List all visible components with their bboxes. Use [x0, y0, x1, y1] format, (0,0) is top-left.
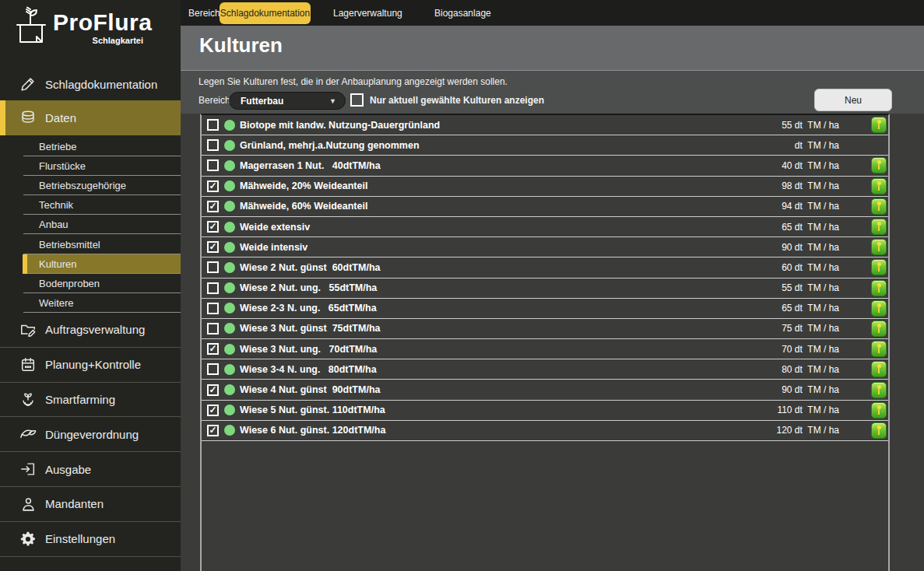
row-checkbox-checked[interactable]: ✓: [207, 384, 219, 396]
kultur-row[interactable]: Grünland, mehrj.a.Nutzung genommendt TM …: [202, 135, 888, 156]
tab-lagerverwaltung[interactable]: Lagerverwaltung: [327, 0, 402, 26]
proflura-plant-document-icon: [12, 6, 50, 47]
row-checkbox[interactable]: [207, 363, 219, 375]
sidebar-item-kulturen[interactable]: Kulturen: [0, 254, 181, 274]
map-pin-icon[interactable]: [871, 259, 887, 275]
sidebar-item-einstellungen[interactable]: Einstellungen: [0, 522, 181, 557]
bereich-dropdown[interactable]: Futterbau ▼: [229, 92, 346, 110]
sidebar-item-planung-kontrolle[interactable]: Planung+Kontrolle: [0, 348, 181, 383]
green-status-dot: [224, 384, 235, 395]
sidebar-item-bodenproben[interactable]: Bodenproben: [0, 274, 181, 293]
kultur-row[interactable]: ✓Wiese 5 Nut. günst. 110dtTM/ha110 dt TM…: [202, 401, 888, 421]
row-checkbox[interactable]: [207, 119, 219, 131]
sidebar-item-schlagdokumentation[interactable]: Schlagdokumentation: [0, 68, 181, 100]
sidebar-item-auftragsverwaltung[interactable]: Auftragsverwaltung: [0, 313, 181, 348]
sidebar-item-betriebsmittel[interactable]: Betriebsmittel: [0, 234, 181, 254]
map-pin-icon[interactable]: [871, 300, 887, 317]
map-pin-icon[interactable]: [871, 178, 887, 194]
sidebar-item-daten[interactable]: Daten: [0, 100, 181, 135]
kultur-row[interactable]: ✓Weide extensiv65 dt TM / ha: [202, 217, 888, 237]
sidebar-item-label: Schlagdokumentation: [45, 78, 157, 91]
kultur-row[interactable]: ✓Wiese 6 Nut. günst. 120dtTM/ha120 dt TM…: [202, 421, 888, 441]
filter-checkbox-label: Nur aktuell gewählte Kulturen anzeigen: [370, 95, 544, 106]
brand-logo: ProFlura Schlagkartei: [0, 0, 181, 68]
sidebar-subitem-label: Betriebsmittel: [39, 239, 100, 250]
sidebar-item-flurst-cke[interactable]: Flurstücke: [0, 156, 181, 176]
row-checkbox[interactable]: [207, 282, 219, 294]
map-pin-icon[interactable]: [871, 341, 887, 357]
sidebar-item-d-ngeverordnung[interactable]: Düngeverordnung: [0, 417, 181, 452]
leaves-icon: [19, 426, 37, 443]
map-pin-icon[interactable]: [871, 198, 887, 215]
tab-schlagdokumentation[interactable]: Schlagdokumentation: [220, 2, 311, 24]
kultur-name: Wiese 3 Nut. günst 75dtTM/ha: [240, 323, 380, 334]
row-checkbox-checked[interactable]: ✓: [207, 221, 219, 233]
map-pin-icon[interactable]: [871, 157, 887, 173]
sidebar-item-betriebszugeh-rige[interactable]: Betriebszugehörige: [0, 176, 181, 195]
map-pin-icon[interactable]: [871, 321, 887, 337]
map-pin-icon[interactable]: [871, 382, 887, 398]
map-pin-icon[interactable]: [871, 402, 887, 419]
kultur-name: Mähweide, 60% Weideanteil: [240, 201, 367, 212]
export-icon: [19, 461, 37, 478]
sidebar-item-betriebe[interactable]: Betriebe: [0, 137, 181, 156]
row-checkbox[interactable]: [207, 261, 219, 273]
map-pin-icon[interactable]: [871, 361, 887, 377]
plant-signal-icon: [19, 391, 37, 408]
map-pin-icon[interactable]: [871, 219, 887, 235]
kultur-name: Wiese 3 Nut. ung. 70dtTM/ha: [240, 344, 377, 355]
new-button[interactable]: Neu: [814, 89, 892, 111]
sidebar-nav: SchlagdokumentationDatenBetriebeFlurstüc…: [0, 68, 181, 557]
tab-bereich[interactable]: Bereich: [182, 0, 220, 26]
row-checkbox-checked[interactable]: ✓: [207, 405, 219, 416]
row-checkbox[interactable]: [207, 323, 219, 335]
map-pin-icon[interactable]: [871, 117, 887, 133]
row-checkbox-checked[interactable]: ✓: [207, 241, 219, 253]
kultur-yield-value: 60 dt TM / ha: [782, 262, 839, 273]
kultur-row[interactable]: ✓Wiese 4 Nut. günst 90dtTM/ha90 dt TM / …: [202, 380, 888, 400]
kultur-row[interactable]: Biotope mit landw. Nutzung-Dauergrünland…: [202, 115, 888, 135]
filter-checkbox[interactable]: [350, 93, 364, 107]
kultur-yield-value: 70 dt TM / ha: [782, 344, 839, 355]
kultur-row[interactable]: ✓Mähweide, 60% Weideanteil94 dt TM / ha: [202, 197, 888, 217]
sidebar-item-anbau[interactable]: Anbau: [0, 215, 181, 234]
kultur-row[interactable]: Wiese 2 Nut. ung. 55dtTM/ha55 dt TM / ha: [202, 278, 888, 299]
kultur-yield-value: 40 dt TM / ha: [782, 160, 839, 171]
sidebar-item-weitere[interactable]: Weitere: [0, 293, 181, 313]
map-pin-icon[interactable]: [871, 422, 887, 439]
row-checkbox-checked[interactable]: ✓: [207, 180, 219, 192]
sidebar-item-smartfarming[interactable]: Smartfarming: [0, 383, 181, 418]
kultur-yield-value: 98 dt TM / ha: [782, 180, 839, 191]
sidebar-item-mandanten[interactable]: Mandanten: [0, 487, 181, 522]
row-checkbox[interactable]: [207, 159, 219, 171]
tab-biogasanlage[interactable]: Biogasanlage: [428, 0, 491, 26]
kultur-name: Biotope mit landw. Nutzung-Dauergrünland: [240, 120, 440, 131]
sidebar-item-label: Planung+Kontrolle: [45, 358, 141, 371]
row-checkbox[interactable]: [207, 139, 219, 151]
sidebar-item-label: Ausgabe: [45, 463, 91, 476]
row-checkbox-checked[interactable]: ✓: [207, 343, 219, 355]
kultur-row[interactable]: Magerrasen 1 Nut. 40dtTM/ha40 dt TM / ha: [202, 156, 888, 176]
map-pin-icon[interactable]: [871, 280, 887, 296]
kultur-name: Wiese 2 Nut. ung. 55dtTM/ha: [240, 282, 377, 293]
row-checkbox-checked[interactable]: ✓: [207, 201, 219, 212]
row-checkbox[interactable]: [207, 303, 219, 314]
sidebar-item-label: Auftragsverwaltung: [45, 323, 145, 336]
green-status-dot: [224, 120, 235, 131]
bereich-label: Bereich: [199, 95, 230, 106]
sidebar-item-ausgabe[interactable]: Ausgabe: [0, 452, 181, 487]
kultur-row[interactable]: Wiese 2 Nut. günst 60dtTM/ha60 dt TM / h…: [202, 257, 888, 278]
sidebar-item-technik[interactable]: Technik: [0, 195, 181, 215]
sidebar-item-label: Düngeverordnung: [45, 428, 139, 441]
row-checkbox-checked[interactable]: ✓: [207, 425, 219, 436]
map-pin-icon[interactable]: [871, 239, 887, 255]
kultur-yield-value: 90 dt TM / ha: [782, 384, 839, 395]
kultur-row[interactable]: ✓Weide intensiv90 dt TM / ha: [202, 237, 888, 257]
kultur-row[interactable]: Wiese 3 Nut. günst 75dtTM/ha75 dt TM / h…: [202, 319, 888, 339]
kultur-row[interactable]: ✓Mähweide, 20% Weideanteil98 dt TM / ha: [202, 177, 888, 197]
kultur-name: Wiese 3-4 N. ung. 80dtTM/ha: [240, 364, 377, 375]
kultur-row[interactable]: Wiese 3-4 N. ung. 80dtTM/ha80 dt TM / ha: [202, 359, 888, 380]
sidebar: ProFlura Schlagkartei Schlagdokumentatio…: [0, 0, 181, 571]
kultur-row[interactable]: Wiese 2-3 N. ung. 65dtTM/ha65 dt TM / ha: [202, 299, 888, 319]
kultur-row[interactable]: ✓Wiese 3 Nut. ung. 70dtTM/ha70 dt TM / h…: [202, 339, 888, 359]
